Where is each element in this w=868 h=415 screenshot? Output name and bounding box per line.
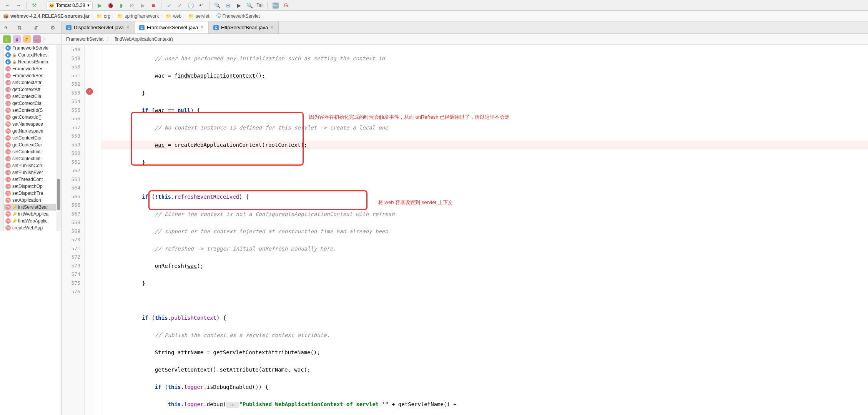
- debug-icon[interactable]: 🐞: [106, 2, 114, 9]
- structure-item[interactable]: msetContextIniti: [4, 148, 56, 155]
- structure-item[interactable]: mcreateWebApp: [4, 224, 56, 231]
- line-number[interactable]: 556: [62, 115, 80, 123]
- line-gutter[interactable]: 5485495505515525535545555565575585595605…: [62, 45, 85, 415]
- project-label[interactable]: e: [5, 25, 7, 30]
- sidebar-scrollbar[interactable]: [56, 45, 61, 231]
- line-number[interactable]: 575: [62, 279, 80, 288]
- context-class[interactable]: FrameworkServlet: [66, 37, 103, 42]
- line-number[interactable]: 566: [62, 201, 80, 210]
- tab-dispatcher[interactable]: C DispatcherServlet.java ✕: [62, 22, 135, 33]
- nav-fwd-icon[interactable]: →: [15, 2, 22, 9]
- run-config-dropdown[interactable]: 🐱 Tomcat 8.5.38 ▼: [46, 2, 93, 9]
- code-editor[interactable]: 5485495505515525535545555565575585595605…: [62, 45, 868, 415]
- structure-item[interactable]: m🔑findWebApplic: [4, 217, 56, 224]
- tab-framework[interactable]: C FrameworkServlet.java ✕: [135, 22, 209, 33]
- tail-label[interactable]: Tail: [256, 3, 263, 8]
- line-number[interactable]: 570: [62, 236, 80, 244]
- structure-item[interactable]: C🔒ContextRefres: [4, 51, 56, 58]
- filter-interface-icon[interactable]: I: [3, 35, 11, 43]
- line-number[interactable]: 574: [62, 270, 80, 279]
- close-icon[interactable]: ✕: [126, 25, 130, 30]
- crumb-folder[interactable]: 📁servlet: [188, 13, 209, 19]
- structure-item[interactable]: msetContextAttr: [4, 79, 56, 86]
- expand-icon[interactable]: ⇅: [16, 24, 23, 32]
- filter-private-icon[interactable]: 🔒: [33, 35, 41, 43]
- run-icon[interactable]: ▶: [96, 2, 103, 9]
- structure-item[interactable]: mFrameworkSer: [4, 65, 56, 72]
- line-number[interactable]: 572: [62, 253, 80, 262]
- structure-item[interactable]: msetDispatchOp: [4, 183, 56, 190]
- fold-column[interactable]: [96, 45, 101, 415]
- vcs-revert-icon[interactable]: ↶: [198, 2, 205, 9]
- code-area[interactable]: // user has performed any initialization…: [101, 45, 868, 415]
- profile-icon[interactable]: ⊙: [128, 2, 136, 9]
- filter-field-icon[interactable]: f: [23, 35, 31, 43]
- marker-column[interactable]: [85, 45, 96, 415]
- line-number[interactable]: 562: [62, 166, 80, 175]
- structure-item[interactable]: mgetContextId(): [4, 114, 56, 121]
- line-number[interactable]: 559: [62, 141, 80, 149]
- breakpoint-icon[interactable]: [86, 88, 93, 95]
- line-number[interactable]: 548: [62, 45, 80, 54]
- structure-item[interactable]: msetContextId(S: [4, 107, 56, 114]
- line-number[interactable]: 552: [62, 80, 80, 89]
- line-number[interactable]: 569: [62, 227, 80, 236]
- gear-icon[interactable]: ⚙: [49, 24, 57, 32]
- crumb-jar[interactable]: 📦webmvc-4.2.4.RELEASE-sources.jar: [3, 13, 90, 19]
- run-anything-icon[interactable]: ▶: [235, 2, 243, 9]
- google-icon[interactable]: G: [282, 2, 290, 9]
- nav-back-icon[interactable]: ←: [4, 2, 12, 9]
- filter-property-icon[interactable]: p: [13, 35, 21, 43]
- structure-item[interactable]: msetDispatchTra: [4, 190, 56, 197]
- collapse-icon[interactable]: ⇵: [32, 24, 40, 32]
- vcs-commit-icon[interactable]: ✓: [176, 2, 184, 9]
- structure-item[interactable]: msetPublishCon: [4, 162, 56, 169]
- structure-item[interactable]: mFrameworkSer: [4, 72, 56, 79]
- structure-item[interactable]: msetContextCla: [4, 93, 56, 100]
- structure-list[interactable]: CFrameworkServleC🔒ContextRefresC🔒Request…: [4, 45, 56, 231]
- line-number[interactable]: 560: [62, 149, 80, 158]
- line-number[interactable]: 571: [62, 244, 80, 253]
- vcs-update-icon[interactable]: ↙: [165, 2, 173, 9]
- line-number[interactable]: 564: [62, 184, 80, 193]
- line-number[interactable]: 567: [62, 210, 80, 219]
- attach-icon[interactable]: ▶: [139, 2, 146, 9]
- line-number[interactable]: 550: [62, 63, 80, 71]
- line-number[interactable]: 549: [62, 54, 80, 63]
- structure-item[interactable]: msetContextIniti: [4, 155, 56, 162]
- structure-item[interactable]: C🔒RequestBindin: [4, 58, 56, 65]
- line-number[interactable]: 553: [62, 89, 80, 98]
- find-icon[interactable]: 🔍: [246, 2, 253, 9]
- line-number[interactable]: 576: [62, 287, 80, 296]
- tab-httpbean[interactable]: C HttpServletBean.java ✕: [209, 22, 279, 33]
- line-number[interactable]: 561: [62, 158, 80, 167]
- translate-icon[interactable]: 🔤: [271, 2, 279, 9]
- line-number[interactable]: 555: [62, 106, 80, 115]
- structure-item[interactable]: mgetContextCor: [4, 141, 56, 148]
- line-number[interactable]: 568: [62, 218, 80, 227]
- build-icon[interactable]: ⚒: [30, 2, 38, 9]
- crumb-folder[interactable]: 📁web: [166, 13, 181, 19]
- crumb-folder[interactable]: 📁org: [96, 13, 110, 19]
- structure-item[interactable]: m🔑initServletBear: [4, 204, 56, 211]
- structure-item[interactable]: m🔑initWebApplica: [4, 211, 56, 217]
- close-icon[interactable]: ✕: [270, 25, 274, 30]
- chevron-right-icon[interactable]: 》: [43, 37, 47, 42]
- line-number[interactable]: 563: [62, 175, 80, 184]
- close-icon[interactable]: ✕: [200, 25, 204, 30]
- structure-item[interactable]: CFrameworkServle: [4, 45, 56, 51]
- vcs-history-icon[interactable]: 🕐: [187, 2, 195, 9]
- structure-item[interactable]: msetContextCor: [4, 134, 56, 141]
- crumb-class[interactable]: ⓒFrameworkServlet: [216, 13, 260, 19]
- structure-item[interactable]: msetPublishEver: [4, 169, 56, 176]
- coverage-icon[interactable]: ◗: [117, 2, 125, 9]
- structure-item[interactable]: msetNamespace: [4, 121, 56, 128]
- line-number[interactable]: 557: [62, 123, 80, 132]
- scroll-thumb[interactable]: [57, 179, 60, 210]
- line-number[interactable]: 565: [62, 193, 80, 201]
- search-icon[interactable]: 🔍: [213, 2, 221, 9]
- line-number[interactable]: 573: [62, 262, 80, 271]
- context-method[interactable]: findWebApplicationContext(): [115, 37, 173, 42]
- structure-item[interactable]: msetApplication: [4, 197, 56, 204]
- crumb-folder[interactable]: 📁springframework: [117, 13, 159, 19]
